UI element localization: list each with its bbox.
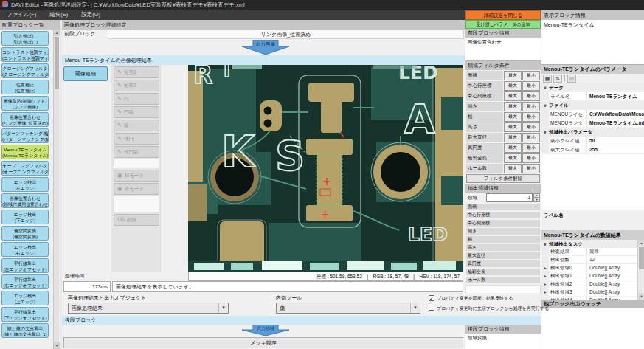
chevron-right-icon[interactable]: ▸: [541, 280, 549, 288]
sidebar-block-16[interactable]: エッジ検出(上エッジ): [1, 291, 49, 305]
chevron-down-icon[interactable]: ∨: [541, 241, 549, 248]
param-row-category[interactable]: ∨領域検出パラメータ: [541, 128, 644, 137]
add-passing-param-button[interactable]: 受け渡しパラメータの追加: [465, 20, 541, 29]
sidebar-block-9[interactable]: エッジ検出(左エッジ): [1, 177, 49, 192]
region-attr-row[interactable]: 中心行座標: [466, 212, 540, 218]
filter-max-button[interactable]: 最大: [504, 164, 522, 173]
sidebar-block-12[interactable]: 色空間変換(色空間変換): [1, 226, 49, 241]
close-detail-button[interactable]: 詳細設定を閉じる: [465, 10, 541, 20]
block-list-scrollbar[interactable]: ▲ ▼: [53, 30, 59, 349]
sidebar-block-10[interactable]: 画像位置合わせ(領域作成用位置合わせ): [1, 193, 49, 208]
chevron-right-icon[interactable]: ▸: [541, 297, 549, 300]
filter-max-button[interactable]: 最大: [504, 112, 522, 122]
roi-tool-6[interactable]: ✎楕円弧: [114, 146, 159, 158]
clear-filter-button[interactable]: フィルタ条件解除: [466, 174, 540, 183]
filter-max-button[interactable]: 最大: [504, 143, 522, 153]
filter-max-button[interactable]: 最大: [504, 81, 522, 91]
result-row[interactable]: ▸検出領域2Double[] Array: [541, 280, 644, 288]
result-row-category[interactable]: ∨領域検出タスク: [541, 240, 644, 248]
chevron-right-icon[interactable]: ▸: [541, 264, 549, 272]
pcb-image-viewer[interactable]: R I K S A LED LED: [188, 65, 463, 272]
filter-min-button[interactable]: 最小: [522, 112, 540, 122]
categorized-view-icon[interactable]: ▦: [543, 75, 552, 83]
sidebar-block-6[interactable]: パターンマッチング(輪郭)(パターンマッチング(輪: [1, 128, 49, 143]
region-attr-row[interactable]: 中心列座標: [466, 220, 540, 227]
filter-max-button[interactable]: 最大: [504, 71, 522, 80]
property-pages-icon[interactable]: ▤: [567, 75, 576, 83]
filter-min-button[interactable]: 最小: [522, 91, 540, 101]
result-row[interactable]: 検出個数12: [541, 256, 644, 264]
result-row[interactable]: ▸検出領域3Double[] Array: [541, 288, 644, 297]
param-row[interactable]: 最小グレイ値50: [541, 137, 644, 145]
scrollbar-thumb[interactable]: [55, 37, 59, 89]
sidebar-block-2[interactable]: クロージングフィルタ(クロージングフィルタ): [1, 63, 49, 78]
param-row[interactable]: 最大グレイ値255: [541, 145, 644, 154]
region-index-stepper[interactable]: ▲▼: [533, 193, 540, 202]
next-block-name[interactable]: メッキ膜厚: [63, 337, 463, 348]
checkbox-rerun-from-first-block[interactable]: プロパティ変更時に先頭ブロックから処理を再実行する: [429, 305, 549, 312]
chevron-down-icon[interactable]: ∨: [541, 83, 549, 92]
sidebar-block-5[interactable]: 画像位置合わせ(リング画像_位置決め): [1, 112, 49, 127]
prev-block-name[interactable]: リンク画像_位置決め: [108, 30, 464, 39]
process-image-button[interactable]: 画像処理: [63, 66, 108, 81]
internal-tool-select[interactable]: 傷 ▼: [276, 303, 420, 314]
result-row[interactable]: ▸検出領域0Double[] Array: [541, 264, 644, 272]
region-attr-row[interactable]: 傾き: [466, 228, 540, 235]
delete-roi-button[interactable]: ⌫削除: [114, 214, 159, 226]
filter-min-button[interactable]: 最小: [522, 81, 540, 91]
checkbox-apply-immediately[interactable]: ✓プロパティ変更を即座に結果反映する: [429, 295, 513, 302]
filter-max-button[interactable]: 最大: [504, 102, 522, 111]
chevron-down-icon[interactable]: ▼: [410, 303, 420, 313]
region-attr-row[interactable]: 真円度: [466, 260, 540, 267]
region-attr-row[interactable]: 幅: [466, 236, 540, 243]
filter-max-button[interactable]: 最大: [504, 133, 522, 142]
region-attr-row[interactable]: ホール数: [466, 277, 540, 283]
filter-min-button[interactable]: 最小: [522, 153, 540, 163]
region-attr-row[interactable]: 高さ: [466, 244, 540, 251]
roi-tool-5[interactable]: ✎楕円: [114, 133, 159, 145]
alphabetical-sort-icon[interactable]: ⇅: [553, 75, 562, 83]
sidebar-block-14[interactable]: 平行線算出(左エッジオフセット): [1, 258, 49, 273]
param-row[interactable]: MENOUランタMenou-TEランタイム.mtrun: [541, 119, 644, 128]
scroll-up-icon[interactable]: ▲: [54, 30, 60, 36]
menu-settings[interactable]: 設定(O): [75, 10, 107, 20]
mode-tool-1[interactable]: ▣差モード: [114, 183, 159, 195]
checkbox-icon[interactable]: ✓: [429, 295, 434, 301]
scroll-down-icon[interactable]: ▼: [54, 342, 60, 349]
sidebar-block-0[interactable]: 引き伸ばし(引き伸ばし): [1, 31, 49, 46]
filter-min-button[interactable]: 最小: [522, 164, 540, 173]
results-scrollbar[interactable]: ▲ ▼: [637, 240, 644, 300]
param-row-category[interactable]: ∨ファイル: [541, 101, 644, 110]
menu-edit[interactable]: 編集(E): [43, 10, 75, 20]
scrollbar-thumb[interactable]: [639, 247, 644, 269]
spin-down-icon[interactable]: ▼: [533, 198, 540, 202]
region-attr-row[interactable]: 面積: [466, 204, 540, 210]
param-row[interactable]: MENOUライセC:¥WorkflowData¥MenouLice: [541, 110, 644, 119]
sidebar-block-13[interactable]: エッジ検出(右エッジ): [1, 242, 49, 257]
filter-max-button[interactable]: 最大: [504, 91, 522, 101]
roi-tool-2[interactable]: ✎円: [114, 93, 159, 105]
sidebar-block-7[interactable]: Menou-TEランタイム(Menou-TEランタイム): [1, 145, 49, 159]
filter-min-button[interactable]: 最小: [522, 71, 540, 80]
sidebar-block-15[interactable]: 平行線算出(右エッジオフセット): [1, 274, 49, 289]
roi-tool-3[interactable]: ✎円弧: [114, 106, 159, 118]
roi-tool-1[interactable]: ✎矩形2: [114, 80, 159, 91]
sidebar-block-11[interactable]: エッジ検出(下エッジ): [1, 210, 49, 224]
chevron-down-icon[interactable]: ▼: [218, 303, 228, 313]
sidebar-block-18[interactable]: 線と線の交点算出(線と線の交点算出_1): [1, 323, 49, 338]
chevron-right-icon[interactable]: ▸: [541, 288, 549, 296]
roi-tool-4[interactable]: ✎線: [114, 120, 159, 131]
sidebar-block-1[interactable]: コントラスト強調フィルタ(コントラスト強調フィル: [1, 47, 49, 62]
chevron-down-icon[interactable]: ∨: [541, 128, 549, 137]
filter-max-button[interactable]: 最大: [504, 122, 522, 132]
menu-file[interactable]: ファイル(F): [0, 10, 43, 20]
filter-min-button[interactable]: 最小: [522, 122, 540, 132]
sidebar-block-4[interactable]: 画像取込(制御ソフト)(リング画像): [1, 96, 49, 111]
filter-max-button[interactable]: 最大: [504, 153, 522, 163]
param-row-category[interactable]: ∨データ: [541, 83, 644, 92]
region-attr-row[interactable]: 輪郭全長: [466, 269, 540, 275]
roi-tool-0[interactable]: ✎矩形1: [114, 66, 159, 78]
filter-min-button[interactable]: 最小: [522, 133, 540, 142]
filter-min-button[interactable]: 最小: [522, 143, 540, 153]
result-row[interactable]: 検査結果異常: [541, 248, 644, 256]
